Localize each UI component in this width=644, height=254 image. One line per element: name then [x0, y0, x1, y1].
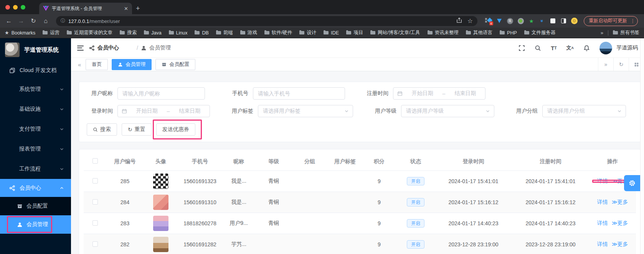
bookmark-folder[interactable]: 前端	[216, 29, 233, 36]
bookmark-folder[interactable]: 文件服务器	[524, 29, 556, 36]
bookmark-folder[interactable]: 项目	[346, 29, 363, 36]
user-avatar[interactable]	[599, 42, 612, 54]
chevron-down-icon	[344, 109, 349, 113]
bookmark-folder[interactable]: 游戏	[240, 29, 257, 36]
level-select[interactable]: 请选择用户等级	[401, 105, 494, 117]
group-select[interactable]: 请选择用户分组	[542, 105, 626, 117]
locale-icon[interactable]: 文A	[566, 44, 574, 51]
bookmark-folder[interactable]: Linux	[169, 30, 188, 36]
detail-link[interactable]: 详情	[597, 220, 608, 227]
sidebar-group[interactable]: 系统管理	[0, 79, 71, 99]
extension-green-dot-icon[interactable]	[517, 18, 524, 24]
nickname-input[interactable]	[117, 87, 205, 100]
sidebar-item-member-config[interactable]: 会员配置	[0, 197, 71, 215]
bookmark-star-icon[interactable]: ☆	[467, 17, 473, 25]
login-time-range-picker[interactable]: 开始日期 – 结束日期	[117, 105, 210, 117]
bookmark-folder[interactable]: PHP	[500, 30, 517, 36]
extension-star-icon[interactable]: ★	[528, 18, 535, 24]
bookmarks-overflow-icon[interactable]: »	[601, 30, 603, 36]
tags-scroll-left-icon[interactable]: «	[75, 61, 84, 68]
site-info-icon[interactable]: ⓘ	[61, 18, 65, 24]
close-window-button[interactable]	[5, 5, 10, 10]
register-time-range-picker[interactable]: 开始日期 – 结束日期	[393, 87, 485, 100]
home-icon[interactable]: ⌂	[41, 16, 51, 26]
browser-menu-icon[interactable]: ⋮	[630, 18, 635, 24]
tagview-member-manage[interactable]: 会员管理	[112, 59, 152, 70]
extension-wo-icon[interactable]: 我	[507, 18, 513, 24]
tab-close-icon[interactable]: ✕	[124, 6, 128, 11]
search-button[interactable]: 搜索	[87, 123, 117, 136]
app-logo[interactable]: 芋道管理系统	[0, 38, 71, 61]
sidebar-group[interactable]: 工作流程	[0, 159, 71, 179]
breadcrumb-parent[interactable]: 会员中心	[97, 44, 134, 51]
share-icon[interactable]	[456, 17, 462, 23]
detail-link[interactable]: 详情	[597, 241, 608, 248]
theme-settings-button[interactable]	[624, 175, 640, 191]
more-link[interactable]: ≫更多	[612, 220, 628, 227]
row-checkbox[interactable]	[92, 241, 98, 247]
refresh-page-icon[interactable]: ↻	[613, 58, 629, 71]
detail-link[interactable]: 详情	[597, 199, 608, 206]
sidebar-item-member-center[interactable]: 会员中心	[0, 179, 71, 197]
forward-icon[interactable]: →	[16, 16, 26, 26]
back-icon[interactable]: ←	[4, 16, 14, 26]
username[interactable]: 芋道源码	[616, 44, 638, 51]
sidebar-group[interactable]: 报表管理	[0, 139, 71, 159]
reset-button[interactable]: ↻ 重置	[122, 123, 152, 136]
column-header: 登录时间	[435, 158, 512, 165]
font-size-icon[interactable]: TT	[551, 45, 556, 51]
page-scrollbar[interactable]	[640, 38, 644, 254]
tagview-member-config[interactable]: 会员配置	[155, 59, 195, 70]
status-badge: 开启	[407, 198, 424, 206]
sidebar-group[interactable]: 基础设施	[0, 99, 71, 119]
search-icon[interactable]	[535, 45, 541, 51]
tag-select[interactable]: 请选择用户标签	[258, 105, 353, 117]
reload-icon[interactable]: ↻	[28, 16, 38, 26]
profile-avatar[interactable]: ☺	[571, 18, 578, 24]
extension-chevrons-icon[interactable]: »	[539, 18, 545, 24]
cell-login-time: 2023-12-28 23:19:00	[435, 241, 512, 247]
sidebar-group[interactable]: 支付管理	[0, 119, 71, 139]
all-bookmarks[interactable]: 所有书签	[613, 29, 639, 36]
extension-puzzle-icon[interactable]	[550, 18, 556, 24]
extension-halfsquare-icon[interactable]	[560, 18, 567, 24]
browser-tab[interactable]: 芋道管理系统 - 会员管理 ✕	[39, 3, 132, 14]
select-all-checkbox[interactable]	[92, 158, 98, 164]
row-checkbox[interactable]	[92, 178, 98, 184]
notification-bell-icon[interactable]	[583, 45, 590, 51]
bookmark-folder[interactable]: 资讯未整理	[428, 29, 459, 36]
tagview-home[interactable]: 首页	[86, 59, 108, 70]
new-tab-button[interactable]: +	[132, 5, 145, 14]
minimize-window-button[interactable]	[13, 5, 18, 10]
bookmark-folder[interactable]: 近期需要读的文章	[67, 29, 112, 36]
row-checkbox[interactable]	[92, 199, 98, 205]
more-link[interactable]: ≫更多	[612, 241, 628, 248]
send-coupon-button[interactable]: 发送优惠券	[156, 123, 195, 136]
sidebar-item-cloud-docs[interactable]: Cloud 开发文档	[0, 61, 71, 79]
bookmark-folder[interactable]: IDE	[324, 30, 339, 36]
mobile-input[interactable]	[253, 87, 345, 100]
fullscreen-icon[interactable]	[519, 45, 525, 51]
extension-grid-icon[interactable]: 6	[485, 18, 492, 24]
row-checkbox[interactable]	[92, 220, 98, 226]
sidebar-item-member-manage[interactable]: 会员管理	[0, 215, 71, 234]
column-header: 昵称	[221, 158, 256, 165]
tags-scroll-right-icon[interactable]: »	[598, 58, 613, 71]
address-bar[interactable]: ⓘ 127.0.0.1/member/user ☆	[56, 16, 477, 26]
bookmark-folder[interactable]: DB	[195, 30, 208, 36]
zoom-window-button[interactable]	[21, 5, 25, 10]
bookmark-folder[interactable]: 网站/博客/文章/工具	[370, 29, 420, 36]
extension-kite-icon[interactable]	[496, 18, 502, 24]
cell-points: 9	[362, 220, 396, 226]
collapse-menu-icon[interactable]	[77, 46, 84, 51]
bookmark-folder[interactable]: 搜索	[120, 29, 137, 36]
bookmark-folder[interactable]: 软件/硬件	[264, 29, 292, 36]
bookmark-folder[interactable]: 设计	[299, 29, 316, 36]
detail-link[interactable]: 详情	[597, 178, 608, 185]
bookmark-folder[interactable]: 其他语言	[466, 29, 492, 36]
browser-update-button[interactable]: 重新启动即可更新 ⋮	[584, 16, 638, 26]
bookmark-folder[interactable]: Java	[144, 30, 161, 36]
bookmark-folder[interactable]: 运营	[43, 29, 59, 36]
bookmarks-root[interactable]: ★ Bookmarks	[5, 30, 35, 36]
more-link[interactable]: ≫更多	[612, 199, 628, 206]
